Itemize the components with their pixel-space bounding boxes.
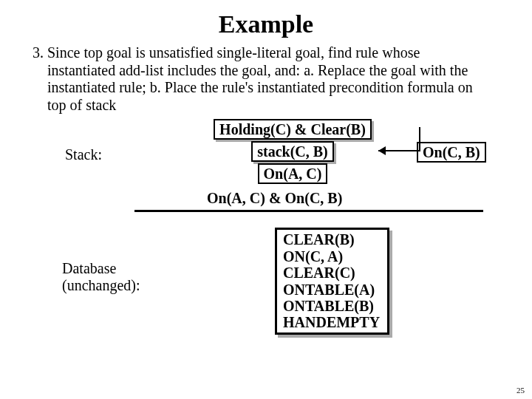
db-line: CLEAR(B) [283, 231, 380, 248]
db-line: CLEAR(C) [283, 265, 380, 281]
db-line: ONTABLE(B) [283, 298, 380, 314]
stack-label: Stack: [65, 146, 102, 163]
goal-on-c-b: On(C, B) [417, 142, 486, 163]
database-box: CLEAR(B) ON(C, A) CLEAR(C) ONTABLE(A) ON… [275, 228, 389, 334]
stack-conjunction: On(A, C) & On(C, B) [207, 190, 342, 207]
stack-item-1: stack(C, B) [251, 141, 334, 162]
stack-item-0: Holding(C) & Clear(B) [214, 119, 372, 140]
page-number: 25 [516, 386, 525, 395]
slide-title: Example [33, 10, 499, 38]
db-line: HANDEMPTY [283, 314, 380, 330]
db-line: ON(C, A) [283, 248, 380, 265]
step-description: 3. Since top goal is unsatisfied single-… [33, 44, 483, 114]
database-section: Database(unchanged): CLEAR(B) ON(C, A) C… [33, 225, 499, 350]
stack-section: Stack: Holding(C) & Clear(B) stack(C, B)… [33, 118, 499, 207]
db-line: ONTABLE(A) [283, 282, 380, 298]
stack-base-divider [134, 210, 483, 212]
slide: Example 3. Since top goal is unsatisfied… [0, 0, 532, 399]
database-label-text: Database(unchanged): [62, 260, 140, 293]
stack-column: Holding(C) & Clear(B) stack(C, B) On(A, … [207, 118, 378, 185]
database-label: Database(unchanged): [62, 260, 140, 294]
stack-item-2: On(A, C) [258, 163, 328, 184]
